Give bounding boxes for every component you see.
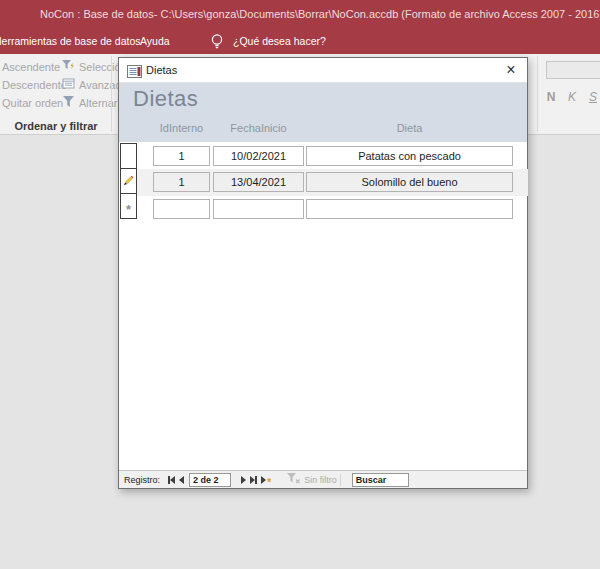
app-titlebar: NoCon : Base de datos- C:\Users\gonza\Do… [0,0,600,28]
column-header-fechainicio: FechaInicio [213,122,304,134]
next-record-button[interactable] [239,473,248,487]
sort-ascending-label: Ascendente [2,61,60,73]
previous-record-button[interactable] [177,473,186,487]
pencil-icon [123,172,134,190]
record-position-box[interactable]: 2 de 2 [189,473,231,487]
new-record-icon [261,476,266,484]
sort-descending-button: Descendente [2,77,67,92]
new-record-icon: * [267,474,271,485]
field-dieta-row2[interactable]: Solomillo del bueno [306,172,513,192]
tab-herramientas[interactable]: Herramientas de base de datos [0,28,141,54]
dietas-form-window: Dietas × Dietas IdInterno FechaInicio Di… [118,57,528,489]
no-filter-label: Sin filtro [304,475,337,485]
record-selector-new-row[interactable]: * [120,193,137,219]
selection-filter-button: Selección [62,59,127,74]
remove-sort-label: Quitar orden [2,97,63,109]
search-input[interactable]: Buscar [352,473,409,487]
underline-button: S [588,90,598,104]
funnel-lightning-icon [62,60,75,73]
first-record-icon [170,476,175,484]
last-record-button[interactable] [248,473,259,487]
field-idinterno-newrow[interactable] [153,199,210,219]
text-format-buttons: N K S [546,90,598,104]
form-icon [127,64,142,82]
no-filter-button: Sin filtro [287,473,337,486]
funnel-icon [62,96,75,109]
field-fechainicio-row1[interactable]: 10/02/2021 [213,146,304,166]
column-header-idinterno: IdInterno [153,122,210,134]
sort-ascending-button: Ascendente [2,59,60,74]
ribbon-tabs: Herramientas de base de datos Ayuda ¿Qué… [0,28,600,54]
ribbon-group-separator [111,56,112,132]
new-record-button[interactable]: * [259,473,273,487]
first-record-button[interactable] [166,473,177,487]
record-navigation-bar: Registro: 2 de 2 * [119,470,527,488]
remove-sort-button: Quitar orden [2,95,63,110]
lightbulb-icon [210,33,224,54]
record-selector-row2-editing[interactable] [120,168,137,194]
previous-record-icon [179,476,184,484]
column-header-dieta: Dieta [306,122,513,134]
access-app: NoCon : Base de datos- C:\Users\gonza\Do… [0,0,600,569]
sort-descending-label: Descendente [2,79,67,91]
next-record-icon [241,476,246,484]
funnel-x-icon [287,473,301,486]
advanced-filter-icon [62,78,75,91]
last-record-icon [255,476,257,484]
sort-filter-group-label: Ordenar y filtrar [0,120,112,132]
field-idinterno-row2[interactable]: 1 [153,172,210,192]
tab-ayuda[interactable]: Ayuda [140,28,170,54]
field-dieta-newrow[interactable] [306,199,513,219]
italic-button: K [567,90,577,104]
record-selector-strip: * [120,143,137,219]
form-header-title: Dietas [133,86,198,112]
nav-separator [340,474,341,486]
field-idinterno-row1[interactable]: 1 [153,146,210,166]
form-titlebar[interactable]: Dietas × [119,58,527,83]
field-fechainicio-row2[interactable]: 13/04/2021 [213,172,304,192]
app-title: NoCon : Base de datos- C:\Users\gonza\Do… [40,0,600,28]
close-icon[interactable]: × [501,59,521,81]
record-selector-row1[interactable] [120,143,137,169]
field-fechainicio-newrow[interactable] [213,199,304,219]
form-window-title: Dietas [146,58,177,83]
bold-button: N [546,90,556,104]
ribbon-group-separator [537,56,538,132]
tell-me-box[interactable]: ¿Qué desea hacer? [233,28,326,54]
field-dieta-row1[interactable]: Patatas con pescado [306,146,513,166]
record-nav-label: Registro: [124,475,160,485]
new-record-asterisk-icon: * [126,199,131,214]
font-name-box [546,61,600,79]
